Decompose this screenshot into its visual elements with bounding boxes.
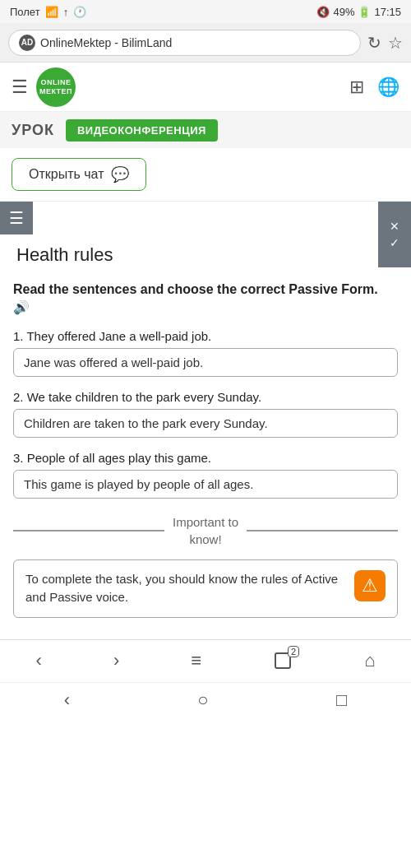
lesson-banner: УРОК ВИДЕОКОНФЕРЕНЦИЯ	[0, 112, 411, 148]
clock-icon: 🕐	[73, 6, 86, 18]
warning-icon: ⚠	[362, 575, 378, 596]
urok-label: УРОК	[12, 122, 54, 139]
task-instructions: Read the sentences and choose the correc…	[13, 281, 398, 318]
important-banner: Important toknow!	[13, 513, 398, 548]
arrow-up-icon: ↑	[63, 6, 69, 18]
app-header: ☰ ONLINE МЕКТЕП ⊞ 🌐	[0, 63, 411, 112]
tabs-count: 2	[288, 646, 299, 657]
close-icon: ✕	[390, 220, 399, 233]
browser-bar: AD OnlineMektep - BilimLand ↻ ☆	[0, 23, 411, 63]
wifi-icon: 📶	[45, 6, 58, 18]
sidebar-left-toggle[interactable]: ☰	[0, 202, 33, 234]
status-right: 🔇 49% 🔋 17:15	[316, 6, 401, 18]
check-icon: ✓	[390, 236, 399, 249]
back-arrow-icon: ‹	[36, 650, 42, 671]
globe-icon[interactable]: 🌐	[377, 77, 399, 98]
status-left: Полет 📶 ↑ 🕐	[10, 6, 86, 18]
nav-home-button[interactable]: ⌂	[356, 647, 383, 675]
bookmark-icon[interactable]: ☆	[388, 33, 403, 53]
chat-button-label: Открыть чат	[29, 167, 104, 182]
reload-icon[interactable]: ↻	[367, 33, 381, 53]
sentence-number-1: 1. They offered Jane a well-paid job.	[13, 329, 398, 343]
forward-arrow-icon: ›	[113, 650, 119, 671]
video-conf-button[interactable]: ВИДЕОКОНФЕРЕНЦИЯ	[66, 119, 218, 142]
battery-percent: 49%	[333, 6, 354, 18]
sentence-item-3: 3. People of all ages play this game. Th…	[13, 451, 398, 499]
audio-icon[interactable]: 🔊	[13, 300, 30, 314]
chat-section: Открыть чат 💬	[0, 148, 411, 202]
hamburger-icon[interactable]: ☰	[12, 77, 28, 98]
sentence-answer-1: Jane was offered a well-paid job.	[13, 348, 398, 377]
sentence-number-3: 3. People of all ages play this game.	[13, 451, 398, 465]
lesson-content: Health rules Read the sentences and choo…	[0, 202, 411, 639]
android-home-button[interactable]: ○	[197, 689, 208, 711]
status-carrier: Полет	[10, 6, 40, 18]
content-wrapper: ☰ ✕ ✓ Health rules Read the sentences an…	[0, 202, 411, 639]
sentence-item-2: 2. We take children to the park every Su…	[13, 390, 398, 438]
sentence-answer-2: Children are taken to the park every Sun…	[13, 409, 398, 438]
nav-back-button[interactable]: ‹	[28, 647, 50, 675]
android-nav: ‹ ○ □	[0, 682, 411, 718]
important-line-left	[13, 530, 164, 531]
mute-icon: 🔇	[316, 6, 330, 18]
android-back-button[interactable]: ‹	[64, 689, 70, 711]
section-title: Health rules	[16, 244, 398, 266]
important-text: Important toknow!	[164, 513, 247, 548]
sentence-answer-3: This game is played by people of all age…	[13, 470, 398, 499]
tabs-badge: 2	[273, 651, 293, 671]
nav-tabs-button[interactable]: 2	[265, 648, 301, 674]
status-time: 17:15	[374, 6, 401, 18]
sidebar-hamburger-icon: ☰	[9, 208, 24, 228]
url-box[interactable]: AD OnlineMektep - BilimLand	[8, 30, 361, 56]
important-line-right	[247, 530, 398, 531]
android-recent-button[interactable]: □	[336, 689, 347, 711]
battery-icon: 🔋	[358, 6, 371, 18]
nav-forward-button[interactable]: ›	[105, 647, 127, 675]
sidebar-right-toggle[interactable]: ✕ ✓	[378, 202, 411, 267]
task-instructions-text: Read the sentences and choose the correc…	[13, 282, 378, 296]
warning-badge: ⚠	[354, 570, 386, 601]
grid-icon[interactable]: ⊞	[349, 77, 364, 98]
chat-icon: 💬	[111, 165, 129, 183]
sentence-number-2: 2. We take children to the park every Su…	[13, 390, 398, 404]
info-box: To complete the task, you should know th…	[13, 559, 398, 618]
status-bar: Полет 📶 ↑ 🕐 🔇 49% 🔋 17:15	[0, 0, 411, 23]
open-chat-button[interactable]: Открыть чат 💬	[12, 158, 146, 191]
logo: ONLINE МЕКТЕП	[36, 67, 76, 107]
info-box-text: To complete the task, you should know th…	[25, 570, 346, 607]
browser-url-text: OnlineMektep - BilimLand	[40, 36, 350, 49]
bottom-nav: ‹ › ≡ 2 ⌂	[0, 639, 411, 682]
home-icon: ⌂	[364, 650, 375, 671]
nav-menu-button[interactable]: ≡	[182, 647, 210, 675]
ad-badge: AD	[19, 35, 35, 51]
menu-icon: ≡	[191, 650, 201, 671]
sentence-item-1: 1. They offered Jane a well-paid job. Ja…	[13, 329, 398, 377]
